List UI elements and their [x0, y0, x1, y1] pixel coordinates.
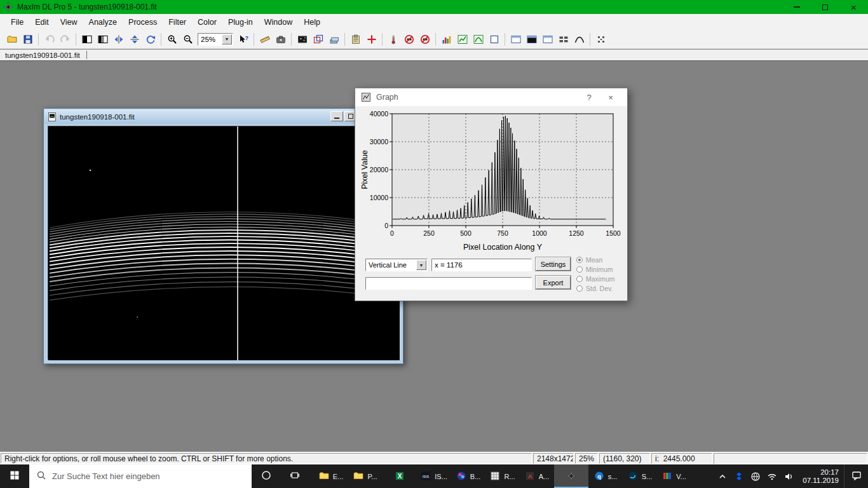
taskbar-search[interactable]	[29, 464, 252, 488]
search-input[interactable]	[52, 471, 245, 481]
flip-horizontal-button[interactable]	[111, 32, 126, 47]
menu-process[interactable]: Process	[123, 16, 163, 29]
taskbar-app-b-app[interactable]: B...	[451, 464, 485, 488]
line-profile-button[interactable]	[257, 32, 273, 47]
start-button[interactable]	[0, 464, 29, 488]
menu-window[interactable]: Window	[259, 16, 298, 29]
batch-window-button[interactable]	[555, 32, 571, 47]
toolbar-separator	[435, 33, 436, 46]
image-canvas[interactable]	[48, 126, 399, 360]
maximize-icon	[348, 114, 353, 119]
taskbar-app-maxim-dl[interactable]	[554, 464, 588, 488]
flip-vertical-button[interactable]	[126, 32, 142, 47]
paste-button[interactable]	[348, 32, 363, 47]
tab-image-document[interactable]: tungsten190918-001.fit	[5, 51, 80, 59]
pixel-math-button[interactable]	[593, 32, 609, 47]
minimize-button[interactable]	[782, 0, 811, 14]
close-button[interactable]: ×	[839, 0, 868, 14]
calibrate-button[interactable]	[294, 32, 310, 47]
radio-std-dev-[interactable]: Std. Dev.	[576, 283, 626, 293]
screen-stretch-window-button[interactable]	[508, 32, 524, 47]
taskbar-app-isis[interactable]: ISISIS...	[417, 464, 451, 488]
menu-analyze[interactable]: Analyze	[83, 16, 123, 29]
zoom-in-button[interactable]	[164, 32, 180, 47]
network-icon[interactable]	[749, 471, 762, 482]
magnitude-button[interactable]	[470, 32, 486, 47]
annotate-button[interactable]	[385, 32, 401, 47]
action-center-button[interactable]	[844, 464, 868, 488]
dialog-close-button[interactable]: ×	[600, 93, 621, 102]
radio-maximum[interactable]: Maximum	[576, 274, 626, 283]
menu-color[interactable]: Color	[192, 16, 222, 29]
hidden-icons-icon[interactable]	[715, 471, 729, 482]
help-icon: ?	[587, 93, 591, 102]
graph-dialog-titlebar[interactable]: Graph ? ×	[355, 88, 627, 106]
save-button[interactable]	[20, 32, 36, 47]
image-window-minimize-button[interactable]	[330, 111, 343, 121]
calibrate-icon	[297, 34, 308, 44]
menu-view[interactable]: View	[55, 16, 83, 29]
graph-window-button[interactable]	[454, 32, 470, 47]
dialog-help-button[interactable]: ?	[578, 93, 600, 102]
v-app-icon	[662, 471, 673, 482]
histogram-button[interactable]	[438, 32, 454, 47]
menu-filter[interactable]: Filter	[163, 16, 192, 29]
secondary-field[interactable]	[365, 277, 532, 290]
taskbar-app-r-app[interactable]: R...	[485, 464, 520, 488]
redo-button[interactable]	[57, 32, 73, 47]
fits-header-window-button[interactable]	[539, 32, 555, 47]
menu-edit[interactable]: Edit	[29, 16, 55, 29]
taskbar-app-excel[interactable]: X	[383, 464, 417, 488]
wifi-icon[interactable]	[765, 471, 778, 482]
explorer-p-icon	[353, 471, 364, 482]
image-window-title: tungsten190918-001.fit	[60, 113, 135, 121]
graph-mode-select[interactable]: Vertical Line ▼	[365, 259, 428, 271]
quick-stretch-button[interactable]	[95, 32, 111, 47]
taskbar-app-s-app[interactable]: S...	[623, 464, 657, 488]
chevron-down-icon[interactable]: ▼	[416, 260, 426, 270]
undo-button[interactable]	[41, 32, 57, 47]
rotate-button[interactable]	[142, 32, 158, 47]
export-button[interactable]: Export	[536, 276, 571, 289]
minimize-icon	[794, 6, 800, 8]
taskbar-app-explorer-p[interactable]: P...	[348, 464, 383, 488]
open-button[interactable]	[4, 32, 20, 47]
taskbar-app-q-app[interactable]: qs...	[588, 464, 623, 488]
cortana-button[interactable]	[252, 464, 280, 488]
task-view-button[interactable]	[280, 464, 309, 488]
image-document-window[interactable]: tungsten190918-001.fit ×	[43, 108, 403, 364]
toolbar-separator	[344, 33, 345, 46]
image-window-titlebar[interactable]: tungsten190918-001.fit ×	[44, 109, 402, 124]
graph-dialog[interactable]: Graph ? × 010000200003000040000025050075…	[355, 88, 628, 301]
q-app-icon: q	[594, 471, 605, 482]
dropbox-icon[interactable]	[732, 471, 745, 482]
taskbar-clock[interactable]: 20:17 07.11.2019	[797, 464, 844, 488]
menu-help[interactable]: Help	[298, 16, 326, 29]
zoom-level-select[interactable]: 25%▼	[198, 33, 233, 46]
taskbar-app-v-app[interactable]: V...	[657, 464, 691, 488]
calibration-off-button[interactable]	[401, 32, 417, 47]
x-position-field[interactable]	[431, 259, 532, 271]
curves-button[interactable]	[571, 32, 587, 47]
taskbar-app-explorer-e[interactable]: E...	[314, 464, 348, 488]
screen-stretch-button[interactable]	[79, 32, 95, 47]
volume-icon[interactable]	[782, 471, 795, 482]
chevron-down-icon[interactable]: ▼	[222, 34, 232, 44]
radio-mean[interactable]: Mean	[576, 255, 626, 264]
image-preview-window-button[interactable]	[524, 32, 539, 47]
crosshair-button[interactable]	[363, 32, 379, 47]
context-help-button[interactable]: ?	[235, 32, 251, 47]
white-frame-button[interactable]	[486, 32, 502, 47]
maximize-button[interactable]	[811, 0, 839, 14]
taskbar-app-a-app[interactable]: AA...	[520, 464, 554, 488]
align-button[interactable]	[310, 32, 326, 47]
menu-plug-in[interactable]: Plug-in	[222, 16, 259, 29]
stack-button[interactable]	[326, 32, 342, 47]
radio-minimum[interactable]: Minimum	[576, 264, 626, 274]
tracking-off-button[interactable]	[417, 32, 433, 47]
camera-control-button[interactable]	[273, 32, 288, 47]
zoom-out-button[interactable]	[180, 32, 196, 47]
svg-text:750: 750	[497, 229, 508, 237]
menu-file[interactable]: File	[5, 16, 29, 29]
settings-button[interactable]: Settings	[536, 257, 571, 271]
